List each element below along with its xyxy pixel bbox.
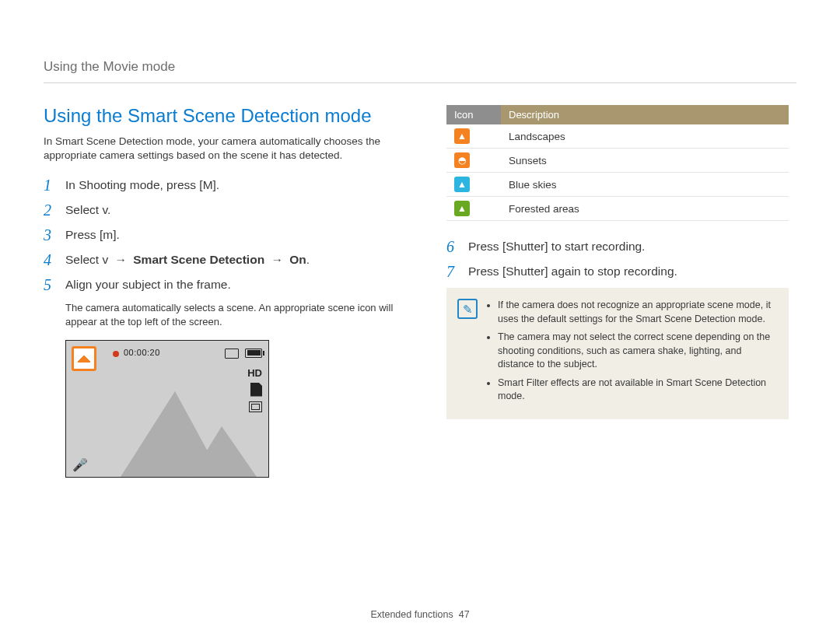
step-number: 5: [44, 276, 65, 293]
step-text: Select v.: [65, 201, 110, 217]
table-row: ▲ Forested areas: [446, 197, 789, 221]
note-list: If the camera does not recognize an appr…: [487, 299, 778, 408]
footer-section: Extended functions: [370, 609, 453, 620]
footer-page-number: 47: [459, 609, 470, 620]
note-item: Smart Filter effects are not available i…: [498, 377, 778, 404]
arrow-icon: →: [264, 253, 289, 266]
forested-areas-icon: ▲: [454, 201, 470, 216]
step-text: In Shooting mode, press [M].: [65, 177, 219, 192]
hd-indicator: HD: [247, 367, 262, 379]
movie-mode-glyph: v: [102, 253, 108, 266]
left-column: Using the Smart Scene Detection mode In …: [44, 105, 409, 478]
blue-skies-icon: ▲: [454, 177, 470, 192]
note-item: The camera may not select the correct sc…: [498, 331, 778, 372]
step-3: 3 Press [m].: [44, 226, 409, 243]
table-cell-description: Landscapes: [501, 124, 789, 149]
scene-icon-landscape: [72, 346, 96, 371]
step-text: Press [m].: [65, 226, 120, 242]
breadcrumb: Using the Movie mode: [44, 59, 796, 83]
right-column: Icon Description ▲ Landscapes ◓ Sunsets …: [446, 105, 789, 478]
step-7: 7 Press [Shutter] again to stop recordin…: [446, 263, 789, 280]
step-text: Press [Shutter] again to stop recording.: [468, 263, 677, 278]
step-1: 1 In Shooting mode, press [M].: [44, 177, 409, 194]
table-cell-description: Forested areas: [501, 197, 789, 221]
step-6: 6 Press [Shutter] to start recording.: [446, 238, 789, 255]
sunsets-icon: ◓: [454, 152, 470, 168]
note-icon: ✎: [457, 299, 478, 319]
scene-icon-table: Icon Description ▲ Landscapes ◓ Sunsets …: [446, 105, 789, 221]
battery-icon: [245, 349, 262, 358]
table-header-description: Description: [501, 105, 789, 124]
movie-mode-glyph: v: [102, 203, 107, 216]
landscapes-icon: ▲: [454, 128, 470, 144]
record-indicator-icon: [113, 351, 119, 357]
menu-item-on: On: [289, 253, 306, 266]
landscape-illustration: [66, 384, 268, 477]
step-number: 6: [446, 238, 468, 255]
step-5: 5 Align your subject in the frame.: [44, 276, 409, 293]
page-footer: Extended functions 47: [0, 609, 840, 620]
table-cell-description: Sunsets: [501, 149, 789, 173]
step-number: 1: [44, 177, 65, 194]
note-box: ✎ If the camera does not recognize an ap…: [446, 288, 789, 419]
step-number: 3: [44, 226, 65, 243]
step-text: Align your subject in the frame.: [65, 276, 231, 292]
step-text: Press [Shutter] to start recording.: [468, 238, 645, 254]
section-heading: Using the Smart Scene Detection mode: [44, 105, 409, 127]
step-text: Select v → Smart Scene Detection → On.: [65, 251, 310, 267]
table-header-icon: Icon: [446, 105, 501, 124]
table-row: ▲ Blue skies: [446, 173, 789, 197]
camera-preview: 00:00:20 HD 🎤: [65, 340, 269, 478]
step-4: 4 Select v → Smart Scene Detection → On.: [44, 251, 409, 268]
shots-remaining-icon: [225, 349, 239, 359]
table-cell-description: Blue skies: [501, 173, 789, 197]
menu-item-smart-scene: Smart Scene Detection: [133, 253, 264, 266]
note-item: If the camera does not recognize an appr…: [498, 299, 778, 326]
intro-text: In Smart Scene Detection mode, your came…: [44, 135, 409, 163]
arrow-icon: →: [108, 253, 133, 266]
step-subtext: The camera automatically selects a scene…: [65, 301, 409, 328]
step-2: 2 Select v.: [44, 201, 409, 219]
mode-button-glyph: M: [203, 178, 213, 191]
table-row: ◓ Sunsets: [446, 149, 789, 173]
record-time: 00:00:20: [124, 348, 160, 357]
step-number: 4: [44, 251, 65, 268]
step-number: 2: [44, 201, 65, 219]
menu-button-glyph: m: [103, 228, 113, 241]
table-row: ▲ Landscapes: [446, 124, 789, 149]
step-number: 7: [446, 263, 468, 280]
